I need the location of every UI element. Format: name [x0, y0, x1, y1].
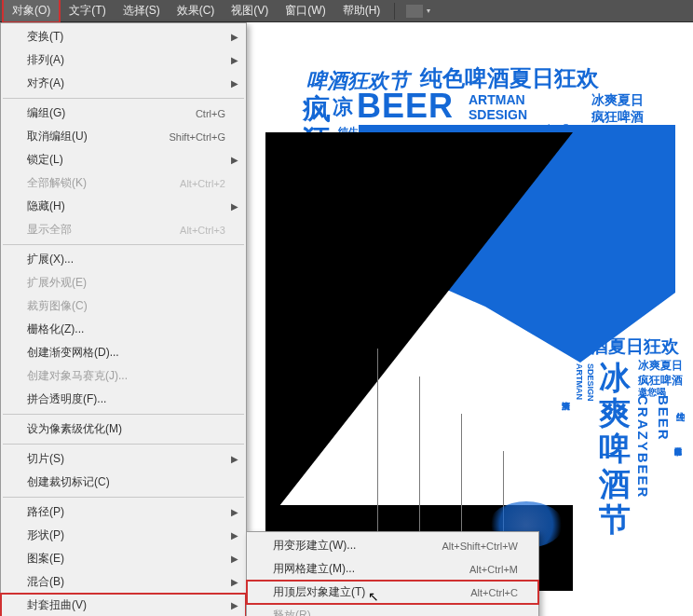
chevron-right-icon: ▶ [231, 32, 238, 42]
menu-trim[interactable]: 创建裁切标记(C) [1, 471, 246, 494]
menu-expandapp: 扩展外观(E) [1, 271, 246, 294]
art-text: SDESIGN [586, 363, 594, 402]
art-text: 酒 [599, 468, 631, 500]
art-text: ARTMAN [469, 93, 525, 106]
menu-transform[interactable]: 变换(T)▶ [1, 25, 246, 48]
art-text: BEER [357, 89, 454, 123]
chevron-down-icon[interactable]: ▾ [427, 7, 430, 15]
submenu-make-with-warp[interactable]: 用变形建立(W)...Alt+Shift+Ctrl+W [247, 534, 538, 557]
art-text: SDESIGN [469, 108, 527, 121]
menu-pixelperfect[interactable]: 设为像素级优化(M) [1, 418, 246, 441]
chevron-right-icon: ▶ [231, 454, 238, 464]
chevron-right-icon: ▶ [231, 554, 238, 564]
menu-flatten[interactable]: 拼合透明度(F)... [1, 388, 246, 411]
menu-crop: 裁剪图像(C) [1, 294, 246, 318]
art-text: 疯狂啤酒 [638, 375, 683, 386]
menu-mosaic: 创建对象马赛克(J)... [1, 364, 246, 388]
menu-align[interactable]: 对齐(A)▶ [1, 72, 246, 95]
menu-arrange[interactable]: 排列(A)▶ [1, 48, 246, 72]
canvas-area[interactable]: 啤酒狂欢节 纯色啤酒夏日狂欢 疯 凉 BEER ARTMAN SDESIGN 冰… [247, 22, 693, 616]
menu-object[interactable]: 对象(O) [2, 0, 61, 23]
chevron-right-icon: ▶ [231, 155, 238, 165]
tool-icon[interactable] [406, 5, 423, 18]
menu-expand[interactable]: 扩展(X)... [1, 248, 246, 271]
menu-group[interactable]: 编组(G)Ctrl+G [1, 102, 246, 125]
chevron-right-icon: ▶ [231, 201, 238, 212]
menu-path[interactable]: 路径(P)▶ [1, 500, 246, 524]
menu-hide[interactable]: 隐藏(H)▶ [1, 195, 246, 218]
menu-envelope-distort[interactable]: 封套扭曲(V)▶ [1, 594, 246, 616]
menu-window[interactable]: 窗口(W) [277, 0, 333, 21]
menu-help[interactable]: 帮助(H) [334, 0, 389, 21]
art-text: 邀您喝 [638, 388, 666, 397]
art-text: ARTMAN [575, 363, 583, 400]
art-text: BEER [657, 395, 671, 442]
art-text: 凉 [333, 97, 353, 117]
chevron-right-icon: ▶ [231, 600, 238, 610]
separator [3, 414, 244, 415]
menu-unlockall: 全部解锁(K)Alt+Ctrl+2 [1, 171, 246, 195]
menu-pattern[interactable]: 图案(E)▶ [1, 547, 246, 570]
separator [3, 444, 244, 445]
menu-showall: 显示全部Alt+Ctrl+3 [1, 218, 246, 241]
chevron-right-icon: ▶ [231, 507, 238, 517]
art-text: 冰爽夏日 [591, 93, 644, 106]
submenu-make-with-mesh[interactable]: 用网格建立(M)...Alt+Ctrl+M [247, 557, 538, 581]
separator [3, 98, 244, 99]
object-menu-dropdown: 变换(T)▶ 排列(A)▶ 对齐(A)▶ 编组(G)Ctrl+G 取消编组(U)… [0, 22, 247, 616]
submenu-release: 释放(R) [247, 604, 538, 616]
menu-view[interactable]: 视图(V) [223, 0, 277, 21]
menu-gradientmesh[interactable]: 创建渐变网格(D)... [1, 341, 246, 364]
menu-type[interactable]: 文字(T) [61, 0, 114, 21]
menu-select[interactable]: 选择(S) [115, 0, 169, 21]
art-text: 疯 [303, 95, 331, 123]
envelope-submenu: 用变形建立(W)...Alt+Shift+Ctrl+W 用网格建立(M)...A… [246, 531, 539, 616]
menu-shape[interactable]: 形状(P)▶ [1, 524, 246, 547]
artboard: 啤酒狂欢节 纯色啤酒夏日狂欢 疯 凉 BEER ARTMAN SDESIGN 冰… [265, 50, 685, 609]
menu-slice[interactable]: 切片(S)▶ [1, 447, 246, 471]
menu-lock[interactable]: 锁定(L)▶ [1, 148, 246, 171]
chevron-right-icon: ▶ [231, 577, 238, 587]
art-text: 节 [599, 503, 631, 535]
chevron-right-icon: ▶ [231, 530, 238, 541]
menu-ungroup[interactable]: 取消编组(U)Shift+Ctrl+G [1, 125, 246, 148]
menu-effect[interactable]: 效果(C) [169, 0, 224, 21]
submenu-make-with-top-object[interactable]: 用顶层对象建立(T)Alt+Ctrl+C [247, 581, 538, 604]
chevron-right-icon: ▶ [231, 78, 238, 89]
artwork: 啤酒狂欢节 纯色啤酒夏日狂欢 疯 凉 BEER ARTMAN SDESIGN 冰… [265, 50, 685, 591]
separator [3, 244, 244, 245]
menu-rasterize[interactable]: 栅格化(Z)... [1, 318, 246, 341]
art-text: 冰爽夏日 [638, 360, 683, 371]
menu-bar: 对象(O) 文字(T) 选择(S) 效果(C) 视图(V) 窗口(W) 帮助(H… [0, 0, 693, 22]
art-text: 冰 [599, 362, 631, 393]
art-text: 啤 [599, 432, 631, 464]
menu-blend[interactable]: 混合(B)▶ [1, 570, 246, 594]
art-text: 爽 [599, 397, 631, 429]
separator [3, 497, 244, 498]
separator [394, 3, 395, 20]
art-text: 疯狂啤酒 [591, 110, 644, 123]
chevron-right-icon: ▶ [231, 55, 238, 65]
art-text: CRAZYBEER [636, 395, 650, 499]
